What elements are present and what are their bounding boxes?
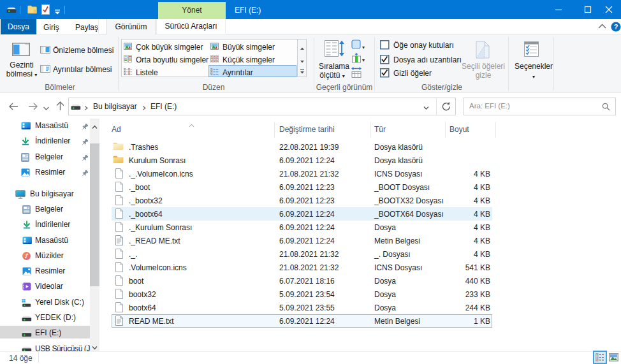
svg-text:?: ? bbox=[614, 23, 618, 31]
